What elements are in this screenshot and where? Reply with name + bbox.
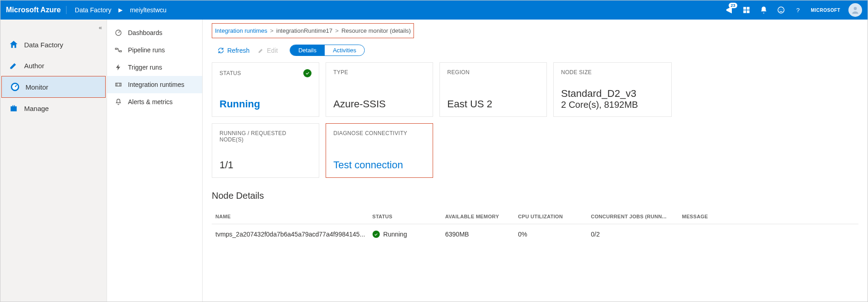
cell-status: Running: [369, 224, 442, 245]
nav2-integration-runtimes[interactable]: Integration runtimes: [107, 76, 202, 93]
nav-manage[interactable]: Manage: [0, 98, 107, 119]
card-label: NODE SIZE: [561, 69, 664, 76]
nodesize-value: Standard_D2_v3: [561, 88, 664, 100]
briefcase-icon: [9, 103, 19, 113]
cell-cpu: 0%: [515, 224, 587, 245]
svg-text:?: ?: [796, 7, 800, 14]
feedback-icon[interactable]: [776, 5, 786, 15]
nav2-trigger-runs[interactable]: Trigger runs: [107, 59, 202, 76]
th-jobs[interactable]: CONCURRENT JOBS (RUNN...: [587, 209, 679, 224]
card-type: TYPE Azure-SSIS: [326, 62, 433, 117]
nav-data-factory[interactable]: Data Factory: [0, 34, 107, 55]
bell-icon: [114, 98, 123, 106]
breadcrumb-root[interactable]: Integration runtimes: [215, 27, 267, 34]
nav2-alerts-metrics[interactable]: Alerts & metrics: [107, 93, 202, 111]
view-icon[interactable]: [742, 5, 751, 15]
nav-label: Author: [24, 62, 44, 70]
region-value: East US 2: [447, 98, 539, 110]
header-right: 23 ? MICROSOFT: [725, 3, 863, 17]
type-value: Azure-SSIS: [333, 98, 425, 110]
th-name[interactable]: NAME: [212, 209, 369, 224]
nodesize-sub: 2 Core(s), 8192MB: [561, 100, 664, 110]
avatar[interactable]: [848, 3, 862, 17]
card-diagnose-connectivity: DIAGNOSE CONNECTIVITY Test connection: [326, 123, 433, 178]
chevron-right-icon: ▶: [118, 7, 123, 13]
node-details: Node Details NAME STATUS AVAILABLE MEMOR…: [212, 191, 858, 244]
svg-point-2: [781, 9, 782, 10]
status-value[interactable]: Running: [220, 98, 311, 110]
cell-name: tvmps_2a207432f0da7b6a45a79acd77a4f99841…: [212, 224, 369, 245]
node-table: NAME STATUS AVAILABLE MEMORY CPU UTILIZA…: [212, 209, 858, 244]
header-instance[interactable]: meiyltestwcu: [130, 6, 166, 14]
chevron-right-icon: >: [270, 27, 274, 34]
dashboard-icon: [114, 29, 123, 37]
header-service[interactable]: Data Factory: [71, 6, 111, 14]
pencil-icon: [9, 60, 19, 70]
th-cpu[interactable]: CPU UTILIZATION: [515, 209, 587, 224]
notification-badge: 23: [729, 3, 737, 8]
help-icon[interactable]: ?: [794, 5, 803, 15]
card-label: RUNNING / REQUESTED NODE(S): [220, 130, 311, 143]
nav2-label: Trigger runs: [128, 64, 162, 71]
nav-author[interactable]: Author: [0, 55, 107, 76]
th-message[interactable]: MESSAGE: [679, 209, 858, 224]
nav2-dashboards[interactable]: Dashboards: [107, 24, 202, 41]
svg-point-0: [778, 7, 784, 13]
header-left: Microsoft Azure Data Factory ▶ meiyltest…: [6, 6, 167, 14]
top-header: Microsoft Azure Data Factory ▶ meiyltest…: [0, 0, 868, 20]
tab-group: Details Activities: [290, 45, 365, 56]
card-label: TYPE: [333, 69, 425, 76]
check-icon: [303, 69, 311, 77]
cards-row-1: STATUS Running TYPE Azure-SSIS REGION Ea…: [212, 62, 858, 117]
nav2-pipeline-runs[interactable]: Pipeline runs: [107, 41, 202, 59]
refresh-icon: [217, 47, 225, 54]
card-label: REGION: [447, 69, 539, 76]
tab-activities[interactable]: Activities: [325, 45, 364, 55]
primary-nav: « Data Factory Author Monitor Manage: [0, 20, 107, 302]
nav-label: Monitor: [26, 83, 48, 91]
th-status[interactable]: STATUS: [369, 209, 442, 224]
edit-label: Edit: [267, 47, 278, 54]
pipeline-icon: [114, 46, 123, 54]
svg-rect-8: [115, 48, 117, 50]
bell-icon[interactable]: [759, 5, 768, 15]
card-running-nodes: RUNNING / REQUESTED NODE(S) 1/1: [212, 123, 319, 178]
announcement-icon[interactable]: 23: [725, 5, 734, 15]
svg-rect-10: [116, 83, 121, 86]
nav2-label: Pipeline runs: [128, 46, 165, 54]
th-memory[interactable]: AVAILABLE MEMORY: [442, 209, 515, 224]
nav-monitor[interactable]: Monitor: [1, 76, 106, 98]
edit-button: Edit: [258, 47, 278, 54]
card-label: STATUS: [220, 69, 311, 77]
cards-row-2: RUNNING / REQUESTED NODE(S) 1/1 DIAGNOSE…: [212, 123, 858, 178]
secondary-nav: Dashboards Pipeline runs Trigger runs In…: [107, 20, 203, 302]
table-row[interactable]: tvmps_2a207432f0da7b6a45a79acd77a4f99841…: [212, 224, 858, 245]
pencil-icon: [258, 47, 264, 54]
toolbar: Refresh Edit Details Activities: [212, 41, 858, 62]
refresh-label: Refresh: [227, 47, 250, 54]
svg-point-4: [854, 7, 857, 10]
tenant-label: MICROSOFT: [811, 8, 841, 13]
test-connection-button[interactable]: Test connection: [333, 159, 425, 171]
tab-details[interactable]: Details: [290, 45, 325, 55]
cell-memory: 6390MB: [442, 224, 515, 245]
home-icon: [9, 40, 19, 50]
svg-point-1: [780, 9, 781, 10]
card-region: REGION East US 2: [439, 62, 547, 117]
card-status: STATUS Running: [212, 62, 319, 117]
refresh-button[interactable]: Refresh: [217, 47, 250, 54]
brand[interactable]: Microsoft Azure: [6, 6, 66, 14]
nav-label: Data Factory: [24, 41, 63, 49]
nav-label: Manage: [24, 105, 49, 112]
ir-icon: [114, 81, 123, 89]
node-details-title: Node Details: [212, 191, 858, 201]
cell-jobs: 0/2: [587, 224, 679, 245]
breadcrumb-mid: integrationRuntime17: [276, 27, 333, 34]
status-label: STATUS: [220, 70, 241, 76]
collapse-icon[interactable]: «: [99, 24, 102, 31]
svg-rect-9: [120, 50, 122, 52]
cell-message: [679, 224, 858, 245]
trigger-icon: [114, 63, 123, 71]
breadcrumb-leaf: Resource monitor (details): [342, 27, 411, 34]
nav2-label: Dashboards: [128, 29, 163, 36]
